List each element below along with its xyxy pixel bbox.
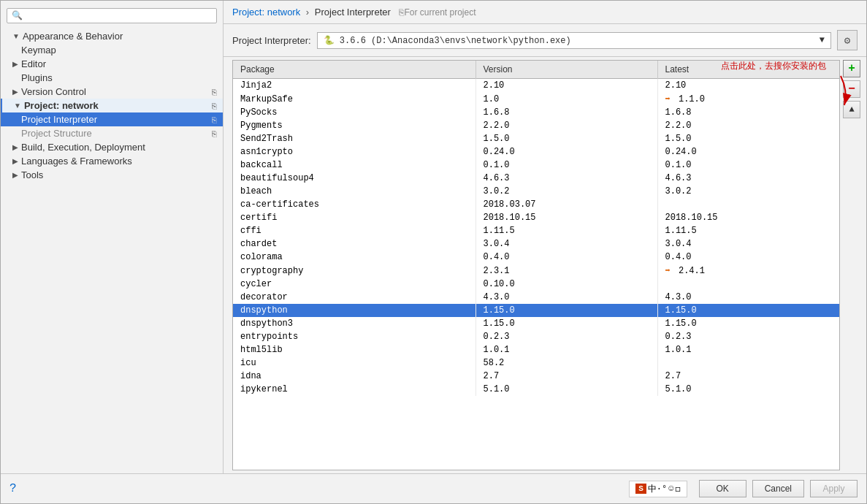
dropdown-arrow-icon: ▼ (820, 35, 825, 45)
table-row[interactable]: Jinja22.102.10 (233, 79, 839, 93)
sidebar-item-label: Project Interpreter (21, 114, 97, 125)
dialog-footer: ? S 中·° ☺ ◻ OK Cancel Apply (1, 473, 866, 503)
table-row[interactable]: html5lib1.0.11.0.1 (233, 343, 839, 356)
package-latest: 1.6.8 (657, 106, 839, 119)
sidebar-item-tools[interactable]: ▶ Tools (1, 168, 223, 182)
search-input[interactable] (26, 10, 212, 21)
package-name: Jinja2 (233, 79, 475, 93)
table-row[interactable]: beautifulsoup44.6.34.6.3 (233, 172, 839, 185)
table-row[interactable]: idna2.72.7 (233, 370, 839, 383)
package-latest: 3.0.4 (657, 237, 839, 251)
sidebar-item-keymap[interactable]: Keymap (1, 43, 223, 57)
col-header-latest[interactable]: Latest (657, 61, 839, 79)
table-row[interactable]: Send2Trash1.5.01.5.0 (233, 132, 839, 145)
table-row[interactable]: Pygments2.2.02.2.0 (233, 119, 839, 132)
table-row[interactable]: colorama0.4.00.4.0 (233, 251, 839, 264)
expand-arrow-lang: ▶ (12, 157, 18, 165)
package-name: colorama (233, 251, 475, 264)
interpreter-select[interactable]: 🐍 3.6.6 (D:\Anaconda3\envs\network\pytho… (317, 32, 831, 49)
interpreter-bar: Project Interpreter: 🐍 3.6.6 (D:\Anacond… (224, 24, 866, 57)
search-box[interactable]: 🔍 (7, 8, 217, 23)
gear-button[interactable]: ⚙ (837, 30, 858, 50)
table-row[interactable]: ca-certificates2018.03.07 (233, 198, 839, 211)
package-area: Package Version Latest Jinja22.102.10Mar… (224, 57, 866, 473)
remove-package-button[interactable]: − (843, 80, 860, 98)
expand-arrow-build: ▶ (12, 143, 18, 151)
package-name: bleach (233, 185, 475, 198)
package-name: icu (233, 356, 475, 370)
breadcrumb-parent[interactable]: Project: network (232, 7, 300, 18)
up-button[interactable]: ▲ (843, 101, 860, 118)
main-content: Project: network › Project Interpreter ⎘… (224, 1, 866, 473)
col-header-version[interactable]: Version (475, 61, 657, 79)
table-row[interactable]: icu58.2 (233, 356, 839, 370)
package-version: 1.15.0 (475, 304, 657, 317)
package-name: MarkupSafe (233, 92, 475, 106)
table-row[interactable]: backcall0.1.00.1.0 (233, 159, 839, 172)
package-latest: 2018.10.15 (657, 211, 839, 224)
table-row[interactable]: MarkupSafe1.0➡ 1.1.0 (233, 92, 839, 106)
expand-arrow-editor: ▶ (12, 60, 18, 68)
package-version: 1.0 (475, 92, 657, 106)
ok-button[interactable]: OK (699, 480, 746, 497)
table-row[interactable]: ipykernel5.1.05.1.0 (233, 383, 839, 396)
sidebar-item-plugins[interactable]: Plugins (1, 71, 223, 85)
table-row[interactable]: cycler0.10.0 (233, 278, 839, 291)
cancel-button[interactable]: Cancel (752, 480, 804, 497)
package-version: 0.24.0 (475, 145, 657, 159)
package-name: backcall (233, 159, 475, 172)
table-row[interactable]: dnspython31.15.01.15.0 (233, 317, 839, 330)
sidebar-item-version-control[interactable]: ▶ Version Control ⎘ (1, 85, 223, 99)
package-version: 1.11.5 (475, 224, 657, 237)
sidebar-item-label: Appearance & Behavior (23, 31, 123, 42)
package-name: decorator (233, 291, 475, 304)
table-row[interactable]: PySocks1.6.81.6.8 (233, 106, 839, 119)
expand-arrow-appearance: ▼ (12, 32, 20, 40)
package-version: 1.5.0 (475, 132, 657, 145)
package-version: 1.0.1 (475, 343, 657, 356)
sidebar: 🔍 ▼ Appearance & Behavior Keymap ▶ Edito… (1, 1, 224, 473)
expand-arrow-tools: ▶ (12, 171, 18, 179)
table-row[interactable]: chardet3.0.43.0.4 (233, 237, 839, 251)
package-version: 2.2.0 (475, 119, 657, 132)
sidebar-item-project-interpreter[interactable]: Project Interpreter ⎘ (1, 112, 223, 126)
sidebar-item-languages[interactable]: ▶ Languages & Frameworks (1, 154, 223, 168)
ime-bar: S 中·° ☺ ◻ (629, 481, 687, 497)
package-version: 58.2 (475, 356, 657, 370)
package-latest: 0.1.0 (657, 159, 839, 172)
package-version: 2018.10.15 (475, 211, 657, 224)
sidebar-item-appearance[interactable]: ▼ Appearance & Behavior (1, 29, 223, 43)
ime-icon: S (635, 484, 646, 494)
table-row[interactable]: entrypoints0.2.30.2.3 (233, 330, 839, 343)
package-name: Send2Trash (233, 132, 475, 145)
package-latest (657, 356, 839, 370)
package-latest: 2.2.0 (657, 119, 839, 132)
table-row[interactable]: decorator4.3.04.3.0 (233, 291, 839, 304)
table-row[interactable]: certifi2018.10.152018.10.15 (233, 211, 839, 224)
package-latest: 0.24.0 (657, 145, 839, 159)
col-header-package[interactable]: Package (233, 61, 475, 79)
sidebar-item-build-execution[interactable]: ▶ Build, Execution, Deployment (1, 140, 223, 154)
package-latest (657, 198, 839, 211)
sidebar-item-label: Languages & Frameworks (21, 156, 132, 167)
add-package-button[interactable]: + (843, 60, 860, 77)
apply-button[interactable]: Apply (810, 480, 858, 497)
sidebar-item-project[interactable]: ▼ Project: network ⎘ (1, 99, 223, 112)
package-latest: 3.0.2 (657, 185, 839, 198)
sidebar-item-project-structure[interactable]: Project Structure ⎘ (1, 126, 223, 140)
package-latest (657, 278, 839, 291)
sidebar-item-editor[interactable]: ▶ Editor (1, 57, 223, 71)
table-row[interactable]: cryptography2.3.1➡ 2.4.1 (233, 264, 839, 278)
table-row[interactable]: dnspython1.15.01.15.0 (233, 304, 839, 317)
package-name: Pygments (233, 119, 475, 132)
interpreter-value: 🐍 3.6.6 (D:\Anaconda3\envs\network\pytho… (324, 35, 571, 46)
package-name: html5lib (233, 343, 475, 356)
table-row[interactable]: bleach3.0.23.0.2 (233, 185, 839, 198)
table-row[interactable]: asn1crypto0.24.00.24.0 (233, 145, 839, 159)
package-latest: 1.15.0 (657, 317, 839, 330)
package-latest: 1.15.0 (657, 304, 839, 317)
table-row[interactable]: cffi1.11.51.11.5 (233, 224, 839, 237)
breadcrumb-current: Project Interpreter (315, 7, 391, 18)
help-icon[interactable]: ? (9, 482, 17, 495)
breadcrumb: Project: network › Project Interpreter ⎘… (224, 1, 866, 24)
